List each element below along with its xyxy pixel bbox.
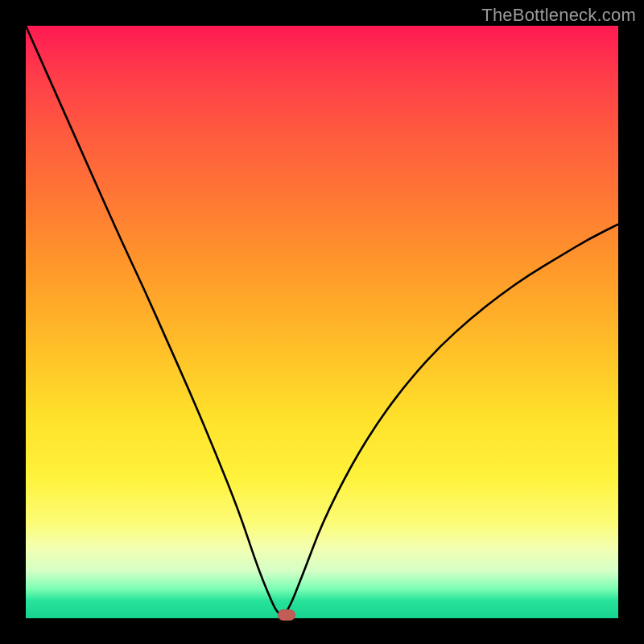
curve-svg — [26, 26, 618, 618]
chart-frame: TheBottleneck.com — [0, 0, 644, 644]
optimal-point-marker — [278, 609, 295, 621]
plot-area — [26, 26, 618, 618]
watermark-text: TheBottleneck.com — [481, 5, 636, 26]
bottleneck-curve — [26, 26, 618, 615]
